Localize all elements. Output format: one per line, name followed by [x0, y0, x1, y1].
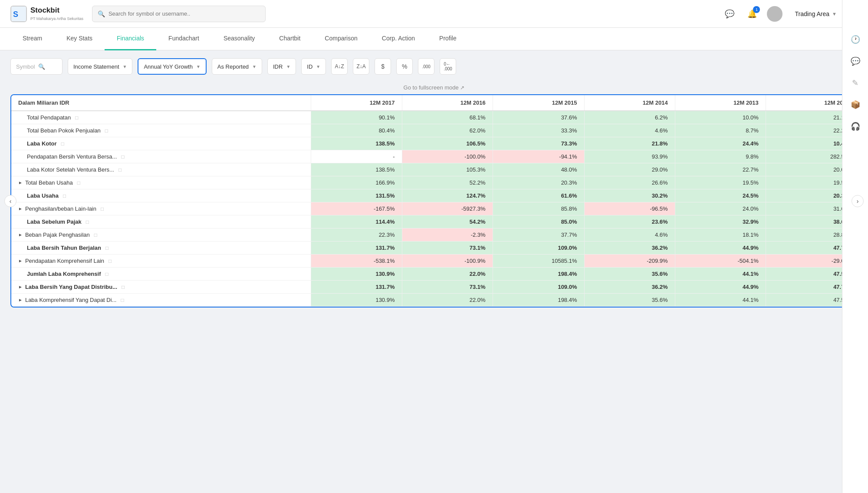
row-label-cell: Laba Usaha□ — [11, 189, 311, 202]
row-checkbox[interactable]: □ — [105, 128, 108, 134]
fullscreen-link[interactable]: Go to fullscreen mode ↗ — [404, 84, 465, 91]
value-cell: 37.6% — [493, 111, 584, 124]
row-checkbox[interactable]: □ — [77, 180, 80, 186]
row-text: Laba Bersih Yang Dapat Distribu... — [25, 284, 117, 290]
search-input[interactable] — [108, 10, 260, 17]
symbol-input[interactable]: Symbol 🔍 — [10, 58, 62, 75]
value-cell: 73.3% — [493, 137, 584, 150]
svg-text:S: S — [13, 10, 18, 19]
row-checkbox[interactable]: □ — [122, 284, 125, 290]
row-text: Pendapatan Komprehensif Lain — [25, 258, 104, 264]
value-cell: 166.9% — [311, 176, 402, 189]
value-cell: -96.5% — [584, 202, 675, 215]
chat-icon-btn[interactable]: 💬 — [722, 6, 737, 22]
value-cell: 35.6% — [584, 268, 675, 281]
sidebar-pencil-icon[interactable]: ✎ — [852, 78, 858, 88]
expand-icon[interactable]: ► — [18, 258, 23, 263]
table-row: Total Pendapatan□90.1%68.1%37.6%6.2%10.0… — [11, 111, 857, 124]
sidebar-clock-icon[interactable]: 🕐 — [851, 35, 860, 44]
sort-za-btn[interactable]: Z↓A — [353, 58, 369, 75]
currency-label: IDR — [273, 63, 283, 70]
notification-btn[interactable]: 🔔 1 — [744, 6, 760, 22]
table-nav-right[interactable]: › — [852, 195, 864, 207]
row-checkbox[interactable]: □ — [121, 297, 124, 303]
decimal-btn[interactable]: .000 — [418, 58, 434, 75]
row-checkbox[interactable]: □ — [63, 193, 66, 199]
expand-icon[interactable]: ► — [18, 206, 23, 211]
row-checkbox[interactable]: □ — [121, 154, 124, 160]
tab-keystats[interactable]: Key Stats — [54, 28, 105, 50]
expand-icon[interactable]: ► — [18, 180, 23, 185]
notif-badge: 1 — [753, 6, 760, 13]
expand-icon[interactable]: ► — [18, 298, 23, 302]
row-checkbox[interactable]: □ — [86, 219, 89, 225]
as-reported-dropdown[interactable]: As Reported ▼ — [212, 58, 262, 75]
value-cell: 130.9% — [311, 294, 402, 307]
trading-area-btn[interactable]: Trading Area ▼ — [789, 8, 842, 20]
region-dropdown[interactable]: ID ▼ — [301, 58, 326, 75]
col-header-2016: 12M 2016 — [402, 95, 493, 111]
row-label-cell: ►Laba Komprehensif Yang Dapat Di...□ — [11, 294, 311, 307]
table-nav-left[interactable]: ‹ — [4, 195, 16, 207]
row-checkbox[interactable]: □ — [118, 167, 122, 173]
col-header-2017: 12M 2017 — [311, 95, 402, 111]
row-checkbox[interactable]: □ — [61, 141, 64, 147]
sort-az-btn[interactable]: A↓Z — [331, 58, 348, 75]
sidebar-chat-icon[interactable]: 💬 — [851, 56, 860, 66]
row-label-cell: Jumlah Laba Komprehensif□ — [11, 268, 311, 281]
value-cell: 85.8% — [493, 202, 584, 215]
symbol-placeholder: Symbol — [16, 63, 35, 70]
topbar-right: 💬 🔔 1 Trading Area ▼ ☆ — [722, 6, 858, 22]
value-cell: 6.2% — [584, 111, 675, 124]
value-cell: 21.8% — [584, 137, 675, 150]
table-row: ►Laba Bersih Yang Dapat Distribu...□131.… — [11, 281, 857, 294]
value-cell: 73.1% — [402, 242, 493, 255]
value-cell: 24.5% — [675, 189, 766, 202]
fullscreen-row: Go to fullscreen mode ↗ — [10, 80, 858, 94]
format-btn[interactable]: 0←.000 — [440, 58, 456, 75]
currency-dropdown[interactable]: IDR ▼ — [267, 58, 296, 75]
annual-yoy-dropdown[interactable]: Annual YoY Growth ▼ — [138, 58, 206, 75]
avatar[interactable] — [767, 6, 783, 22]
dollar-icon: $ — [381, 63, 385, 70]
income-statement-dropdown[interactable]: Income Statement ▼ — [68, 58, 132, 75]
tab-comparison[interactable]: Comparison — [312, 28, 369, 50]
value-cell: 131.7% — [311, 242, 402, 255]
tab-corpaction[interactable]: Corp. Action — [370, 28, 427, 50]
dollar-btn[interactable]: $ — [375, 58, 391, 75]
tab-financials[interactable]: Financials — [105, 28, 156, 50]
table-wrapper: ‹ › Dalam Miliaran IDR 12M 2017 12M 2016… — [10, 94, 858, 308]
value-cell: 85.0% — [493, 215, 584, 228]
row-checkbox[interactable]: □ — [94, 232, 97, 238]
value-cell: -94.1% — [493, 150, 584, 163]
row-label-cell: ►Beban Pajak Penghasilan□ — [11, 228, 311, 242]
value-cell: 24.4% — [675, 137, 766, 150]
tab-profile[interactable]: Profile — [427, 28, 469, 50]
tab-chartbit[interactable]: Chartbit — [267, 28, 312, 50]
percent-btn[interactable]: % — [396, 58, 413, 75]
search-bar[interactable]: 🔍 — [92, 6, 266, 22]
tab-stream[interactable]: Stream — [10, 28, 54, 50]
sort-za-icon: Z↓A — [357, 63, 366, 69]
row-checkbox[interactable]: □ — [105, 245, 108, 251]
row-text: Pendapatan Bersih Ventura Bersa... — [27, 153, 117, 160]
value-cell: 93.9% — [584, 150, 675, 163]
row-checkbox[interactable]: □ — [105, 271, 108, 277]
value-cell: 18.1% — [675, 228, 766, 242]
sidebar-headset-icon[interactable]: 🎧 — [851, 122, 860, 131]
row-checkbox[interactable]: □ — [108, 258, 112, 264]
expand-icon[interactable]: ► — [18, 232, 23, 237]
col-header-2014: 12M 2014 — [584, 95, 675, 111]
tab-seasonality[interactable]: Seasonality — [211, 28, 267, 50]
sidebar-archive-icon[interactable]: 📦 — [851, 100, 860, 109]
row-checkbox[interactable]: □ — [75, 115, 78, 121]
value-cell: 44.9% — [675, 281, 766, 294]
expand-icon[interactable]: ► — [18, 285, 23, 289]
value-cell: 198.4% — [493, 268, 584, 281]
value-cell: -5927.3% — [402, 202, 493, 215]
row-text: Total Pendapatan — [27, 114, 71, 121]
row-checkbox[interactable]: □ — [101, 206, 104, 212]
row-text: Laba Sebelum Pajak — [27, 218, 82, 225]
tab-fundachart[interactable]: Fundachart — [156, 28, 211, 50]
value-cell: 4.6% — [584, 228, 675, 242]
